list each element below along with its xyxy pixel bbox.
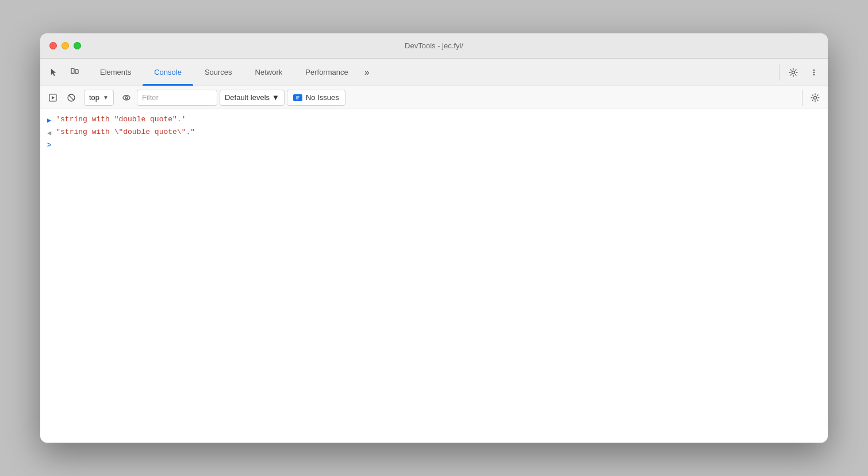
console-settings-button[interactable] <box>807 90 823 106</box>
expand-arrow-1[interactable]: ▶ <box>47 116 51 125</box>
traffic-lights <box>49 42 81 49</box>
issues-icon <box>293 94 302 101</box>
tab-performance[interactable]: Performance <box>294 59 359 86</box>
console-line-1: ▶ 'string with "double quote".' <box>40 114 828 126</box>
window-title: DevTools - jec.fyi/ <box>405 41 463 50</box>
console-text-2: "string with \"double quote\"." <box>56 128 195 136</box>
tab-elements[interactable]: Elements <box>89 59 143 86</box>
output-arrow-2: ◀ <box>47 129 51 137</box>
tab-bar-right-tools <box>777 59 823 86</box>
device-icon <box>70 68 79 77</box>
main-tabs: Elements Console Sources Network Perform… <box>89 59 777 86</box>
svg-point-4 <box>792 71 795 74</box>
close-button[interactable] <box>49 42 57 49</box>
title-bar: DevTools - jec.fyi/ <box>40 33 828 59</box>
tab-network[interactable]: Network <box>244 59 294 86</box>
gear-icon-toolbar <box>811 93 820 102</box>
devtools-window: DevTools - jec.fyi/ El <box>40 33 828 443</box>
prompt-arrow-icon: > <box>47 141 51 149</box>
device-toolbar-button[interactable] <box>66 63 84 82</box>
svg-point-18 <box>814 96 817 99</box>
more-options-button[interactable] <box>805 63 823 82</box>
context-selector[interactable]: top ▼ <box>84 90 114 106</box>
more-vertical-icon <box>809 68 819 77</box>
chevron-down-icon: ▼ <box>103 94 109 101</box>
svg-point-5 <box>813 69 815 71</box>
svg-point-13 <box>125 97 128 99</box>
tab-bar-left-tools <box>45 59 84 86</box>
play-icon <box>48 93 57 102</box>
console-text-1: 'string with "double quote".' <box>56 115 186 124</box>
more-tabs-button[interactable]: » <box>360 59 374 86</box>
filter-input[interactable] <box>137 90 217 106</box>
minimize-button[interactable] <box>62 42 69 49</box>
settings-button[interactable] <box>784 63 802 82</box>
inspect-element-button[interactable] <box>45 63 63 82</box>
svg-point-7 <box>813 74 815 75</box>
console-line-2: ◀ "string with \"double quote\"." <box>40 126 828 139</box>
maximize-button[interactable] <box>74 42 81 49</box>
run-script-button[interactable] <box>45 90 61 106</box>
clear-console-button[interactable] <box>63 90 79 106</box>
tab-console[interactable]: Console <box>143 59 193 86</box>
tab-bar: Elements Console Sources Network Perform… <box>40 59 828 86</box>
svg-marker-9 <box>52 96 55 99</box>
block-icon <box>67 93 76 102</box>
tab-sources[interactable]: Sources <box>193 59 244 86</box>
gear-icon <box>789 68 798 77</box>
svg-line-11 <box>69 95 74 100</box>
divider <box>779 64 779 80</box>
levels-chevron-icon: ▼ <box>272 93 279 102</box>
svg-point-12 <box>123 95 130 100</box>
eye-icon <box>122 93 131 102</box>
console-output: ▶ 'string with "double quote".' ◀ "strin… <box>40 109 828 443</box>
console-prompt[interactable]: > <box>40 139 828 152</box>
console-toolbar: top ▼ Default levels ▼ No Iss <box>40 86 828 109</box>
cursor-icon <box>49 68 59 77</box>
eye-button[interactable] <box>118 90 135 106</box>
no-issues-button[interactable]: No Issues <box>287 90 345 106</box>
default-levels-button[interactable]: Default levels ▼ <box>220 90 285 106</box>
toolbar-divider <box>802 90 802 106</box>
svg-point-6 <box>813 71 815 73</box>
